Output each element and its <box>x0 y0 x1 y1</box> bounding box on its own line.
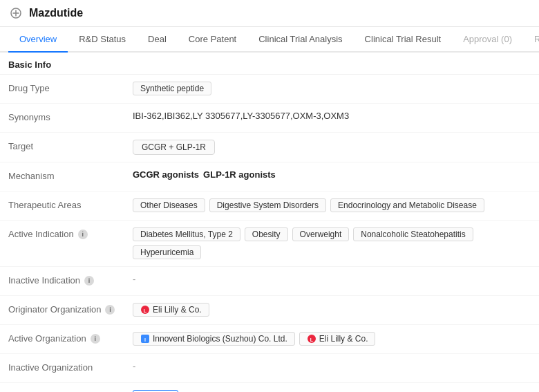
value-target: GCGR + GLP-1R <box>133 140 531 155</box>
label-mechanism: Mechanism <box>8 169 133 181</box>
section-basic-info: Basic Info <box>0 53 539 75</box>
drug-title: Mazdutide <box>29 7 83 19</box>
row-active-org: Active Organization i I Innovent Biologi… <box>0 325 539 354</box>
row-drug-type: Drug Type Synthetic peptide <box>0 75 539 104</box>
info-table: Drug Type Synthetic peptide Synonyms IBI… <box>0 75 539 392</box>
tab-overview[interactable]: Overview <box>8 27 68 53</box>
value-therapeutic-areas: Other Diseases Digestive System Disorder… <box>133 198 531 212</box>
label-inactive-indication: Inactive Indication i <box>8 274 133 286</box>
mech-glp1r: GLP-1R agonists <box>203 169 276 180</box>
value-active-indication: Diabetes Mellitus, Type 2 Obesity Overwe… <box>133 227 531 259</box>
org-tag-innovent: I Innovent Biologics (Suzhou) Co. Ltd. <box>133 332 295 346</box>
drug-icon <box>8 6 23 21</box>
org-tag-eli-lilly-active: L Eli Lilly & Co. <box>299 332 376 346</box>
tab-clinical-trial-result[interactable]: Clinical Trial Result <box>354 27 453 53</box>
org-tag-eli-lilly-originator: L Eli Lilly & Co. <box>133 303 209 317</box>
label-synonyms: Synonyms <box>8 111 133 122</box>
label-drug-type: Drug Type <box>8 82 133 93</box>
mech-gcgr: GCGR agonists <box>133 169 199 180</box>
nav-tabs: Overview R&D Status Deal Core Patent Cli… <box>0 27 539 53</box>
value-mechanism: GCGR agonists GLP-1R agonists <box>133 169 531 180</box>
target-tag-gcgr-glp1r: GCGR + GLP-1R <box>133 140 215 155</box>
value-inactive-indication: - <box>133 274 531 284</box>
tab-core-patent[interactable]: Core Patent <box>178 27 247 53</box>
tab-clinical-trial-analysis[interactable]: Clinical Trial Analysis <box>247 27 353 53</box>
row-mechanism: Mechanism GCGR agonists GLP-1R agonists <box>0 162 539 192</box>
tab-rd-status[interactable]: R&D Status <box>68 27 137 53</box>
value-originator-org: L Eli Lilly & Co. <box>133 303 531 317</box>
row-drug-highest-phase: Drug Highest Phase i Phase 3 <box>0 383 539 392</box>
svg-text:L: L <box>144 308 147 313</box>
label-inactive-org: Inactive Organization <box>8 361 133 373</box>
row-synonyms: Synonyms IBI-362,IBI362,LY 3305677,LY-33… <box>0 104 539 133</box>
label-active-org: Active Organization i <box>8 332 133 344</box>
tag-digestive-system: Digestive System Disorders <box>209 198 326 212</box>
value-inactive-org: - <box>133 361 531 371</box>
eli-lilly-logo-originator: L <box>140 305 150 315</box>
tab-regulation[interactable]: Regulation (0) <box>523 27 539 53</box>
tab-approval[interactable]: Approval (0) <box>452 27 523 53</box>
synonyms-text: IBI-362,IBI362,LY 3305677,LY-3305677,OXM… <box>133 111 349 121</box>
info-icon-active-org: i <box>91 334 100 344</box>
label-active-indication: Active Indication i <box>8 227 133 239</box>
label-originator-org: Originator Organization i <box>8 303 133 315</box>
eli-lilly-logo-active: L <box>307 334 316 344</box>
svg-text:I: I <box>144 337 146 342</box>
tag-endocrinology: Endocrinology and Metabolic Disease <box>330 198 484 212</box>
row-originator-org: Originator Organization i L Eli Lilly & … <box>0 296 539 325</box>
tab-deal[interactable]: Deal <box>137 27 178 53</box>
inactive-org-dash: - <box>133 361 135 371</box>
tag-diabetes: Diabetes Mellitus, Type 2 <box>133 227 240 241</box>
info-icon-originator: i <box>105 305 115 315</box>
inactive-indication-dash: - <box>133 274 135 284</box>
row-inactive-org: Inactive Organization - <box>0 354 539 383</box>
value-synonyms: IBI-362,IBI362,LY 3305677,LY-3305677,OXM… <box>133 111 531 121</box>
tag-synthetic-peptide: Synthetic peptide <box>133 82 211 95</box>
tag-other-diseases: Other Diseases <box>133 198 205 212</box>
value-active-org: I Innovent Biologics (Suzhou) Co. Ltd. L… <box>133 332 531 346</box>
info-icon-inactive-indication: i <box>84 276 94 286</box>
svg-text:L: L <box>310 337 314 342</box>
info-icon-active-indication: i <box>78 230 88 239</box>
tag-overweight: Overweight <box>292 227 350 241</box>
row-active-indication: Active Indication i Diabetes Mellitus, T… <box>0 221 539 267</box>
innovent-logo: I <box>140 334 150 344</box>
row-therapeutic-areas: Therapeutic Areas Other Diseases Digesti… <box>0 192 539 221</box>
tag-obesity: Obesity <box>245 227 288 241</box>
label-target: Target <box>8 140 133 151</box>
value-drug-type: Synthetic peptide <box>133 82 531 95</box>
row-inactive-indication: Inactive Indication i - <box>0 267 539 296</box>
label-therapeutic-areas: Therapeutic Areas <box>8 198 133 210</box>
row-target: Target GCGR + GLP-1R <box>0 133 539 162</box>
tag-nash: Nonalcoholic Steatohepatitis <box>353 227 473 241</box>
page-header: Mazdutide <box>0 0 539 27</box>
tag-hyperuricemia: Hyperuricemia <box>133 245 201 259</box>
